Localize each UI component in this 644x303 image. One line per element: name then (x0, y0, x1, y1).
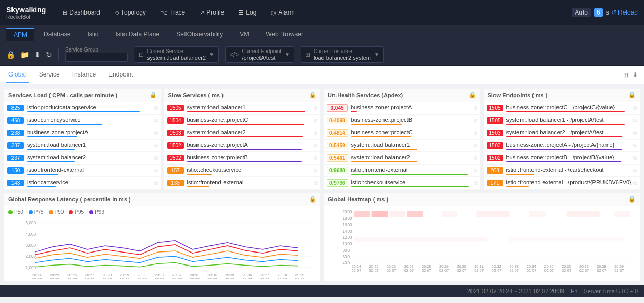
current-instance-selector[interactable]: ⊞ Current Instance load balancer2.system… (301, 46, 384, 63)
grid-icon[interactable]: ⊞ (623, 71, 628, 79)
tab-endpoint[interactable]: Endpoint (106, 67, 135, 83)
reload-button[interactable]: ↺ Reload (611, 9, 638, 16)
heatmap-lock-icon[interactable]: 🔒 (628, 196, 636, 203)
copy-icon[interactable]: ⧉ (474, 130, 477, 136)
lock-icon[interactable]: 🔒 (6, 51, 15, 59)
list-item[interactable]: 1503 system::load balancer2 ⧉ (164, 127, 321, 140)
copy-icon[interactable]: ⧉ (474, 155, 477, 161)
copy-icon[interactable]: ⧉ (314, 143, 317, 149)
list-item[interactable]: 0.4098 business-zone::projectB ⧉ (324, 115, 480, 127)
tab-global[interactable]: Global (6, 67, 29, 83)
copy-icon[interactable]: ⧉ (154, 155, 158, 161)
download-icon[interactable]: ⬇ (34, 51, 41, 59)
list-item[interactable]: 0.5461 system::load balancer2 ⧉ (324, 152, 480, 165)
list-item[interactable]: 468 istio::currencyservice ⧉ (4, 115, 161, 127)
list-item[interactable]: 1504 business-zone::projectC ⧉ (164, 115, 321, 127)
tab-istio-data-plane[interactable]: Istio Data Plane (108, 28, 167, 41)
list-item[interactable]: 237 system::load balancer1 ⧉ (4, 140, 161, 152)
legend-p75: P75 (29, 209, 44, 215)
copy-icon[interactable]: ⧉ (474, 180, 477, 186)
list-item[interactable]: 0.5459 system::load balancer1 ⧉ (324, 140, 480, 152)
legend-p90-label: P90 (55, 209, 64, 215)
list-item[interactable]: 0.4814 business-zone::projectC ⧉ (324, 127, 480, 140)
list-item[interactable]: 0.9688 istio::frontend-external ⧉ (324, 165, 480, 177)
list-item[interactable]: 0.045 business-zone::projectA ⧉ (324, 102, 480, 115)
tab-service[interactable]: Service (37, 67, 62, 83)
current-service-selector[interactable]: ⊡ Current Service system::load balancer2… (134, 46, 219, 63)
nav-trace[interactable]: ⌥ Trace (154, 6, 191, 19)
list-item[interactable]: 1505 business-zone::projectC - /projectC… (484, 102, 640, 115)
auto-num[interactable]: 6 (594, 8, 603, 17)
bar-indicator (27, 186, 56, 187)
latency-chart-title: Global Response Latency ( percentile in … (8, 196, 131, 203)
download-content-icon[interactable]: ⬇ (633, 71, 638, 79)
folder-icon[interactable]: 📁 (20, 51, 29, 59)
copy-icon[interactable]: ⧉ (314, 118, 317, 124)
copy-icon[interactable]: ⧉ (154, 180, 158, 186)
list-item[interactable]: 238 business-zone::projectA ⧉ (4, 127, 161, 140)
copy-icon[interactable]: ⧉ (154, 118, 158, 124)
tab-self-observability[interactable]: SelfObservability (169, 28, 230, 41)
list-item[interactable]: 208 istio::frontend-external - /cart/che… (484, 165, 640, 177)
list-item[interactable]: 143 istio::cartservice ⧉ (4, 177, 161, 190)
copy-icon[interactable]: ⧉ (633, 118, 637, 124)
unhealth-services-lock-icon[interactable]: 🔒 (469, 92, 476, 98)
list-item[interactable]: 0.9736 istio::checkoutservice ⧉ (324, 177, 480, 190)
tab-vm[interactable]: VM (232, 28, 256, 41)
list-item[interactable]: 1503 system::load balancer2 - /projectA/… (484, 127, 640, 140)
copy-icon[interactable]: ⧉ (154, 168, 158, 174)
nav-profile[interactable]: ↗ Profile (193, 6, 230, 19)
copy-icon[interactable]: ⧉ (314, 130, 317, 136)
list-item[interactable]: 1503 business-zone::projectA - /projectA… (484, 140, 640, 152)
tab-istio[interactable]: Istio (80, 28, 106, 41)
tab-istio-data-plane-label: Istio Data Plane (115, 31, 159, 38)
copy-icon[interactable]: ⧉ (314, 105, 317, 111)
list-item[interactable]: 1505 system::load balancer1 ⧉ (164, 102, 321, 115)
copy-icon[interactable]: ⧉ (154, 143, 158, 149)
copy-icon[interactable]: ⧉ (474, 168, 477, 174)
slow-services-lock-icon[interactable]: 🔒 (309, 92, 316, 98)
bar-indicator (187, 136, 303, 137)
copy-icon[interactable]: ⧉ (633, 143, 637, 149)
copy-icon[interactable]: ⧉ (474, 118, 477, 124)
copy-icon[interactable]: ⧉ (633, 168, 637, 174)
list-item[interactable]: 825 istio::productcatalogservice ⧉ (4, 102, 161, 115)
list-item[interactable]: 133 istio::frontend-external ⧉ (164, 177, 321, 190)
nav-topology[interactable]: ◇ Topology (108, 6, 152, 19)
copy-icon[interactable]: ⧉ (474, 143, 477, 149)
tab-web-browser[interactable]: Web Browser (258, 28, 311, 41)
service-group-input[interactable] (65, 53, 128, 62)
list-item[interactable]: 1502 business-zone::projectB ⧉ (164, 152, 321, 165)
nav-alarm[interactable]: ◎ Alarm (265, 6, 301, 19)
latency-lock-icon[interactable]: 🔒 (309, 196, 316, 203)
current-endpoint-selector[interactable]: </> Current Endpoint /projectA/test ▼ (225, 46, 294, 63)
copy-icon[interactable]: ⧉ (633, 180, 637, 186)
tab-instance[interactable]: Instance (70, 67, 98, 83)
copy-icon[interactable]: ⧉ (633, 130, 637, 136)
copy-icon[interactable]: ⧉ (314, 180, 317, 186)
list-item[interactable]: 157 istio::checkoutservice ⧉ (164, 165, 321, 177)
copy-icon[interactable]: ⧉ (474, 105, 477, 111)
nav-log[interactable]: ☰ Log (232, 6, 263, 19)
services-load-lock-icon[interactable]: 🔒 (150, 92, 157, 98)
services-load-title: Services Load ( CPM - calls per minute ) (8, 92, 117, 98)
copy-icon[interactable]: ⧉ (314, 155, 317, 161)
list-item[interactable]: 150 istio::frontend-external ⧉ (4, 165, 161, 177)
tab-database[interactable]: Database (36, 28, 78, 41)
copy-icon[interactable]: ⧉ (154, 130, 158, 136)
list-item[interactable]: 1502 business-zone::projectB - /projectB… (484, 152, 640, 165)
copy-icon[interactable]: ⧉ (633, 105, 637, 111)
nav-log-label: Log (246, 9, 256, 16)
list-item[interactable]: 171 istio::frontend-external - /product/… (484, 177, 640, 190)
tab-apm[interactable]: APM (6, 28, 34, 41)
list-item[interactable]: 237 system::load balancer2 ⧉ (4, 152, 161, 165)
list-item[interactable]: 1505 system::load balancer1 - /projectA/… (484, 115, 640, 127)
copy-icon[interactable]: ⧉ (154, 105, 158, 111)
nav-dashboard[interactable]: ⊞ Dashboard (56, 6, 106, 19)
copy-icon[interactable]: ⧉ (633, 155, 637, 161)
bar-indicator (351, 161, 417, 162)
refresh-icon[interactable]: ↻ (46, 51, 52, 59)
list-item[interactable]: 1502 business-zone::projectA ⧉ (164, 140, 321, 152)
slow-endpoints-lock-icon[interactable]: 🔒 (628, 92, 636, 98)
copy-icon[interactable]: ⧉ (314, 168, 317, 174)
